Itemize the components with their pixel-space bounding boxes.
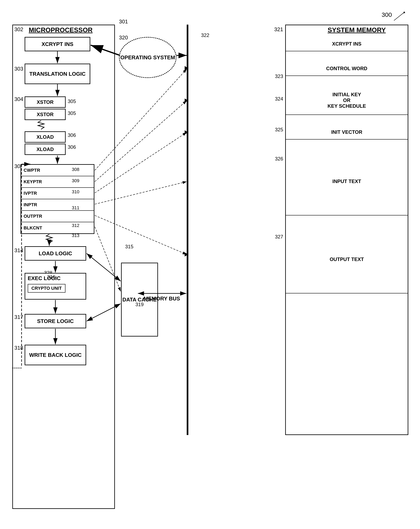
ref-321: 321 <box>274 26 283 33</box>
outptr-row: OUTPTR <box>21 211 94 222</box>
register-block: CWPTR KEYPTR IVPTR INPTR OUTPTR BLKCNT <box>21 164 94 234</box>
keyptr-row: KEYPTR <box>21 176 94 188</box>
svg-line-0 <box>394 12 404 21</box>
sm-xcrypt-ins: XCRYPT INS <box>285 37 408 51</box>
ref-327: 327 <box>275 234 283 240</box>
ref-312: 312 <box>72 223 79 228</box>
operating-system-circle: OPERATING SYSTEM <box>119 37 176 78</box>
microprocessor-label: MICROPROCESSOR <box>29 26 92 34</box>
bus-line <box>187 25 188 435</box>
crypto-unit-box: CRYPTO UNIT <box>28 284 66 293</box>
ref-322: 322 <box>201 32 209 38</box>
ref-313: 313 <box>72 233 79 238</box>
xload-box-1: XLOAD <box>25 131 66 143</box>
sm-input-text: INPUT TEXT <box>285 148 408 215</box>
cwptr-row: CWPTR <box>21 165 94 176</box>
ref-315: 315 <box>125 244 133 250</box>
xload-box-2: XLOAD <box>25 144 66 155</box>
ivptr-row: IVPTR <box>21 188 94 199</box>
translation-logic-box: TRANSLATION LOGIC <box>25 64 90 84</box>
ref-325: 325 <box>275 127 283 132</box>
ref-303: 303 <box>14 66 23 72</box>
store-logic-box: STORE LOGIC <box>25 314 86 328</box>
ref-309: 309 <box>72 178 79 184</box>
ref-311: 311 <box>72 205 79 211</box>
ref-310: 310 <box>72 189 79 195</box>
ref-305b: 305 <box>68 110 76 116</box>
sm-control-word: CONTROL WORD <box>285 62 408 76</box>
write-back-logic-box: WRITE BACK LOGIC <box>25 345 86 365</box>
ref-305a: 305 <box>68 98 76 104</box>
feedback-line <box>12 163 22 368</box>
ref-308: 308 <box>72 167 79 172</box>
ref-302: 302 <box>14 26 23 33</box>
ref-323: 323 <box>275 73 283 79</box>
ref-300-arrow <box>386 8 410 25</box>
exec-logic-label: EXEC LOGIC <box>25 274 63 283</box>
ref-306a: 306 <box>68 132 76 138</box>
ref-304: 304 <box>14 96 23 102</box>
ref-319: 319 <box>135 302 144 307</box>
ref-301: 301 <box>119 18 128 25</box>
memory-bus-label: MEMORY BUS <box>144 295 180 302</box>
sm-init-vector: INIT VECTOR <box>285 125 408 140</box>
ref-306b: 306 <box>68 144 76 150</box>
xstor-box-2: XSTOR <box>25 109 66 120</box>
sm-output-text: OUTPUT TEXT <box>285 226 408 293</box>
sm-initial-key: INITIAL KEY OR KEY SCHEDULE <box>285 86 408 115</box>
xstor-box-1: XSTOR <box>25 96 66 108</box>
blkcnt-row: BLKCNT <box>21 222 94 234</box>
ref-320: 320 <box>119 34 128 41</box>
xcrypt-ins-box: XCRYPT INS <box>25 37 90 51</box>
ref-316: 316 <box>47 274 55 280</box>
load-logic-box: LOAD LOGIC <box>25 246 86 261</box>
system-memory-label: SYSTEM MEMORY <box>328 26 386 34</box>
ref-324: 324 <box>275 96 283 102</box>
ref-326: 326 <box>275 156 283 162</box>
svg-marker-1 <box>403 11 405 13</box>
inptr-row: INPTR <box>21 199 94 211</box>
